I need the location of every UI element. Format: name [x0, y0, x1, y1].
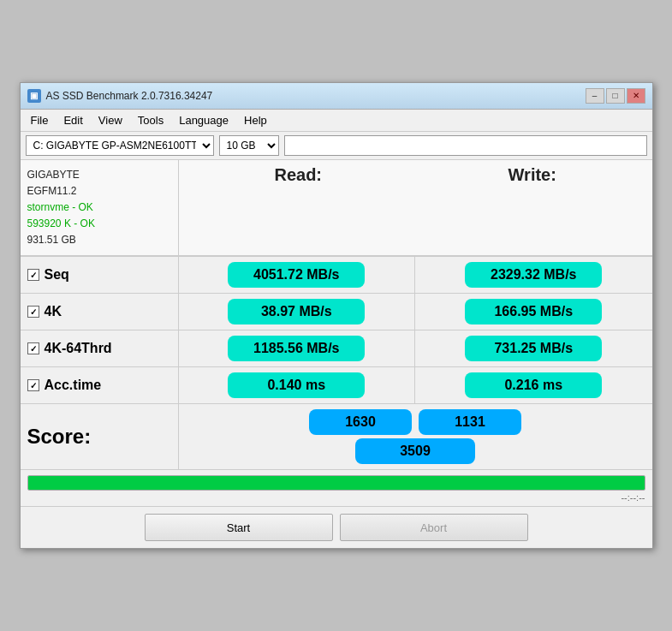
4k64thrd-checkbox[interactable]: ✓ [27, 342, 39, 354]
title-bar-left: ▣ AS SSD Benchmark 2.0.7316.34247 [27, 89, 213, 103]
main-content: GIGABYTE EGFM11.2 stornvme - OK 593920 K… [21, 160, 652, 549]
seq-read-value: 4051.72 MB/s [179, 257, 416, 293]
menu-tools[interactable]: Tools [131, 112, 170, 128]
score-row-inner: 1630 1131 [309, 409, 521, 435]
minimize-button[interactable]: – [586, 88, 604, 104]
menu-language[interactable]: Language [172, 112, 235, 128]
results-column-headers: Read: Write: [184, 165, 647, 185]
score-read-pill: 1630 [309, 409, 412, 435]
acctime-checkbox[interactable]: ✓ [27, 379, 39, 391]
score-values: 1630 1131 3509 [179, 404, 652, 469]
app-window: ▣ AS SSD Benchmark 2.0.7316.34247 – □ ✕ … [20, 82, 653, 550]
seq-checkbox[interactable]: ✓ [27, 269, 39, 281]
brand-line: GIGABYTE [27, 167, 171, 183]
bench-row-4k64thrd: ✓ 4K-64Thrd 1185.56 MB/s 731.25 MB/s [21, 330, 652, 366]
maximize-button[interactable]: □ [606, 88, 625, 104]
menu-bar: File Edit View Tools Language Help [21, 110, 652, 132]
seq-label: ✓ Seq [21, 257, 179, 293]
window-title: AS SSD Benchmark 2.0.7316.34247 [46, 90, 213, 102]
acctime-read-value: 0.140 ms [179, 367, 416, 403]
seq-write-pill: 2329.32 MB/s [465, 262, 602, 288]
acctime-write-pill: 0.216 ms [465, 372, 602, 398]
acctime-read-pill: 0.140 ms [228, 372, 365, 398]
progress-bar-fill [28, 476, 645, 490]
driver2-line: 593920 K - OK [27, 216, 171, 232]
score-row: Score: 1630 1131 3509 [21, 403, 652, 469]
start-button[interactable]: Start [145, 514, 333, 541]
score-label: Score: [21, 404, 179, 469]
bench-row-seq: ✓ Seq 4051.72 MB/s 2329.32 MB/s [21, 256, 652, 293]
4k64thrd-read-value: 1185.56 MB/s [179, 330, 416, 366]
seq-read-pill: 4051.72 MB/s [228, 262, 365, 288]
write-header: Write: [418, 165, 647, 185]
abort-button[interactable]: Abort [340, 514, 528, 541]
read-header: Read: [184, 165, 413, 185]
bench-row-acctime: ✓ Acc.time 0.140 ms 0.216 ms [21, 366, 652, 403]
acctime-label: ✓ Acc.time [21, 367, 179, 403]
acctime-write-value: 0.216 ms [415, 367, 652, 403]
4k-read-value: 38.97 MB/s [179, 294, 416, 330]
menu-view[interactable]: View [92, 112, 129, 128]
title-bar: ▣ AS SSD Benchmark 2.0.7316.34247 – □ ✕ [21, 83, 652, 110]
bench-rows: ✓ Seq 4051.72 MB/s 2329.32 MB/s ✓ 4K 38.… [21, 256, 652, 403]
capacity-line: 931.51 GB [27, 232, 171, 248]
4k64thrd-read-pill: 1185.56 MB/s [228, 336, 365, 361]
progress-area: --:--:-- [21, 469, 652, 506]
title-controls: – □ ✕ [586, 88, 645, 104]
info-results-header: GIGABYTE EGFM11.2 stornvme - OK 593920 K… [21, 160, 652, 257]
toolbar: C: GIGABYTE GP-ASM2NE6100TTTD 10 GB [21, 132, 652, 160]
size-select[interactable]: 10 GB [219, 135, 279, 156]
4k-write-value: 166.95 MB/s [415, 294, 652, 330]
4k-label: ✓ 4K [21, 294, 179, 330]
results-header-panel: Read: Write: [179, 160, 652, 256]
4k-write-pill: 166.95 MB/s [465, 299, 602, 324]
bench-row-4k: ✓ 4K 38.97 MB/s 166.95 MB/s [21, 293, 652, 330]
menu-file[interactable]: File [24, 112, 56, 128]
menu-help[interactable]: Help [237, 112, 274, 128]
score-total-pill: 3509 [355, 438, 475, 464]
4k-read-pill: 38.97 MB/s [228, 299, 365, 324]
score-write-pill: 1131 [419, 409, 521, 435]
seq-write-value: 2329.32 MB/s [415, 257, 652, 293]
driver1-line: stornvme - OK [27, 199, 171, 216]
progress-time: --:--:-- [27, 492, 645, 503]
progress-bar [27, 475, 645, 491]
4k-checkbox[interactable]: ✓ [27, 306, 39, 318]
4k64thrd-write-pill: 731.25 MB/s [465, 336, 602, 361]
app-icon: ▣ [27, 89, 41, 103]
close-button[interactable]: ✕ [627, 88, 645, 104]
drive-select[interactable]: C: GIGABYTE GP-ASM2NE6100TTTD [26, 135, 214, 156]
firmware-line: EGFM11.2 [27, 183, 171, 199]
extra-field [284, 135, 647, 156]
menu-edit[interactable]: Edit [56, 112, 89, 128]
4k64thrd-label: ✓ 4K-64Thrd [21, 330, 179, 366]
info-panel: GIGABYTE EGFM11.2 stornvme - OK 593920 K… [21, 160, 179, 256]
button-row: Start Abort [21, 506, 652, 548]
4k64thrd-write-value: 731.25 MB/s [415, 330, 652, 366]
